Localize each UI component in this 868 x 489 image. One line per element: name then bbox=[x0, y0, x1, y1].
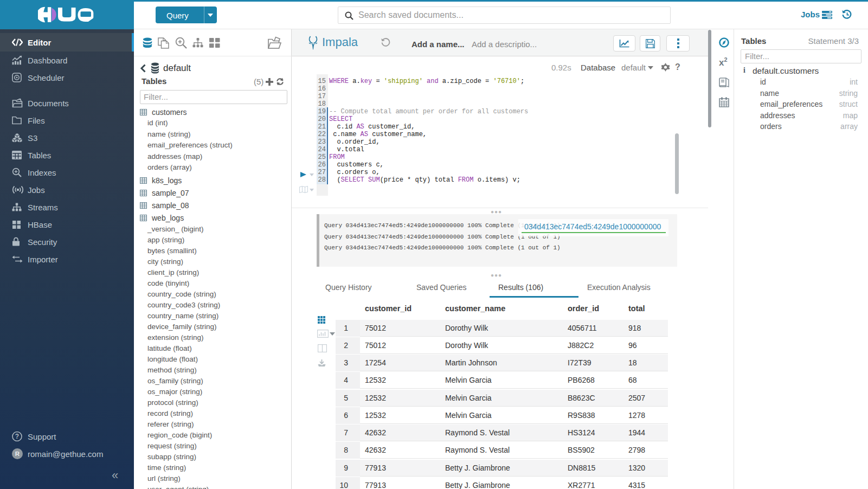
svg-text:R: R bbox=[15, 451, 20, 457]
svg-text:?: ? bbox=[15, 433, 19, 440]
